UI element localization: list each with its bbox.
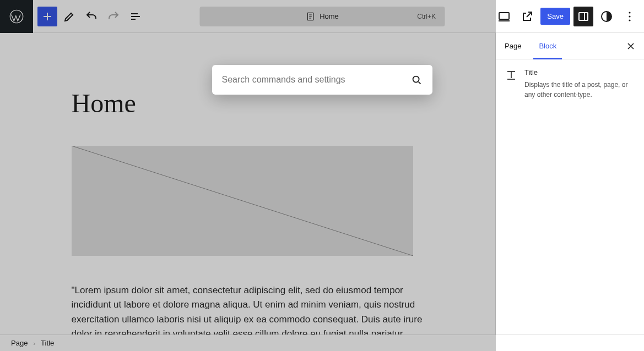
svg-rect-2 [499, 13, 509, 19]
desktop-icon [497, 10, 511, 23]
title-icon [505, 68, 518, 81]
sidebar-tabs: Page Block [496, 33, 644, 59]
svg-point-6 [629, 15, 630, 17]
svg-point-5 [629, 12, 630, 13]
save-button[interactable]: Save [540, 8, 570, 25]
svg-rect-3 [579, 13, 588, 20]
settings-panel-toggle[interactable] [573, 7, 593, 26]
title-block-icon [505, 68, 518, 81]
command-palette-input[interactable] [222, 75, 405, 85]
contrast-icon [600, 10, 613, 23]
more-vertical-icon [623, 10, 636, 23]
view-button[interactable] [494, 7, 514, 26]
styles-button[interactable] [597, 7, 616, 26]
modal-backdrop[interactable] [0, 0, 496, 351]
command-palette [212, 65, 432, 95]
block-info-panel: Title Displays the title of a post, page… [496, 59, 644, 108]
options-button[interactable] [620, 7, 640, 26]
tab-page[interactable]: Page [496, 33, 530, 59]
toolbar-right-group: Save [494, 7, 640, 26]
svg-point-7 [629, 19, 630, 21]
close-icon [625, 41, 636, 52]
sidebar-panel-icon [577, 10, 590, 23]
external-link-icon [521, 10, 534, 23]
block-description: Displays the title of a post, page, or a… [524, 80, 635, 100]
svg-point-9 [413, 76, 419, 83]
block-name: Title [524, 68, 635, 76]
tab-block[interactable]: Block [530, 33, 565, 59]
settings-sidebar: Page Block Title Displays the title of a… [495, 33, 644, 334]
view-page-button[interactable] [517, 7, 537, 26]
close-sidebar-button[interactable] [620, 35, 642, 57]
search-icon [410, 74, 423, 86]
